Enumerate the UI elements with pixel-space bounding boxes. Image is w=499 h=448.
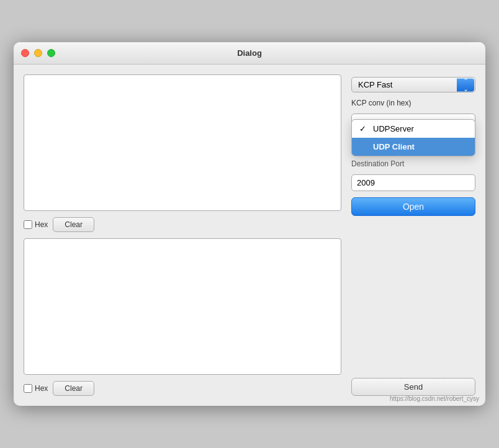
bottom-controls-row: Hex Clear bbox=[24, 381, 341, 396]
maximize-button[interactable] bbox=[47, 49, 55, 57]
dropdown-item-label: UDP Client bbox=[373, 142, 415, 151]
bottom-textarea[interactable] bbox=[24, 238, 341, 375]
destination-port-input[interactable] bbox=[351, 174, 475, 191]
send-button[interactable]: Send bbox=[351, 378, 475, 396]
destination-port-label: Destination Port bbox=[351, 158, 475, 168]
window-title: Dialog bbox=[237, 48, 262, 58]
traffic-lights bbox=[21, 49, 55, 57]
checkmark-icon: ✓ bbox=[359, 124, 369, 133]
open-button[interactable]: Open bbox=[351, 197, 475, 216]
dropdown-item-udpclient[interactable]: UDP Client bbox=[352, 138, 475, 156]
mode-select[interactable]: KCP Fast KCP Normal TCP bbox=[351, 77, 475, 92]
kcp-conv-label: KCP conv (in hex) bbox=[351, 99, 475, 107]
window-body: Hex Clear Hex Clear KCP Fast KC bbox=[14, 65, 485, 406]
bottom-hex-checkbox[interactable] bbox=[24, 384, 32, 393]
close-button[interactable] bbox=[21, 49, 29, 57]
bottom-hex-label: Hex bbox=[35, 384, 48, 393]
dropdown-item-label: UDPServer bbox=[373, 124, 414, 133]
top-controls-row: Hex Clear bbox=[24, 217, 341, 232]
mode-select-container: KCP Fast KCP Normal TCP bbox=[351, 77, 475, 92]
bottom-hex-checkbox-container: Hex bbox=[24, 384, 48, 393]
title-bar: Dialog bbox=[14, 42, 485, 65]
top-hex-checkbox-container: Hex bbox=[24, 220, 48, 229]
left-panel: Hex Clear Hex Clear bbox=[24, 74, 341, 396]
dropdown-item-udpserver[interactable]: ✓ UDPServer bbox=[352, 120, 475, 138]
connection-dropdown: ✓ UDPServer UDP Client bbox=[351, 119, 475, 156]
watermark: https://blog.csdn.net/robert_cysy bbox=[390, 395, 479, 402]
top-hex-checkbox[interactable] bbox=[24, 220, 32, 229]
top-hex-label: Hex bbox=[35, 220, 48, 229]
top-clear-button[interactable]: Clear bbox=[53, 217, 94, 232]
minimize-button[interactable] bbox=[34, 49, 42, 57]
bottom-clear-button[interactable]: Clear bbox=[53, 381, 94, 396]
dialog-window: Dialog Hex Clear Hex bbox=[14, 42, 485, 406]
top-textarea[interactable] bbox=[24, 74, 341, 211]
